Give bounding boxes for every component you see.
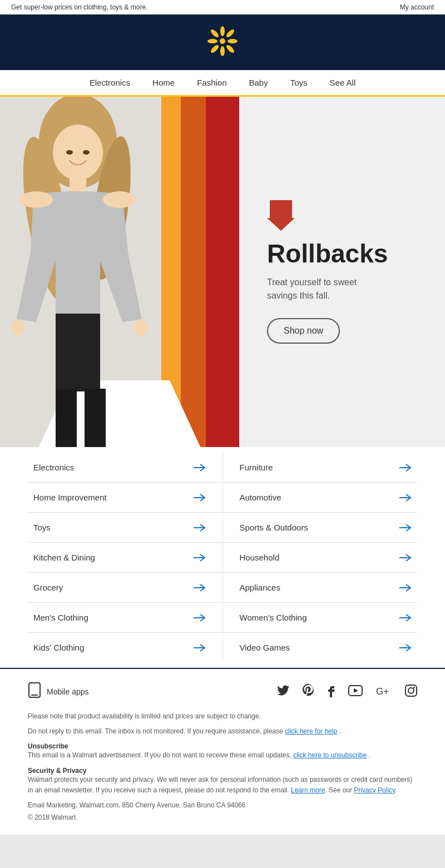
cat-cell-womens-clothing[interactable]: Women's Clothing — [223, 603, 418, 632]
category-row-2: Home Improvement Automotive — [28, 483, 417, 513]
learn-more-link[interactable]: Learn more — [291, 786, 325, 794]
nav-item-baby[interactable]: Baby — [249, 78, 268, 87]
nav-item-fashion[interactable]: Fashion — [197, 78, 226, 87]
cat-cell-appliances[interactable]: Appliances — [223, 573, 418, 602]
rollback-title: Rollbacks — [267, 240, 417, 268]
privacy-policy-link[interactable]: Privacy Policy — [354, 786, 395, 794]
arrow-icon-furniture — [399, 463, 412, 472]
arrow-icon-appliances — [399, 583, 412, 592]
svg-point-18 — [11, 319, 24, 336]
my-account-link[interactable]: My account — [400, 3, 434, 11]
hero-left-panel — [0, 97, 239, 447]
security-text: Walmart protects your security and priva… — [28, 775, 417, 796]
svg-point-1 — [220, 26, 225, 36]
promo-text: Get super-low prices on clothing, toys &… — [11, 3, 147, 11]
cat-cell-home-improvement[interactable]: Home Improvement — [28, 483, 223, 512]
cat-cell-grocery[interactable]: Grocery — [28, 573, 223, 602]
copyright: © 2018 Walmart. — [28, 814, 417, 821]
disclaimer-text-1: Please note that product availability is… — [28, 711, 417, 722]
svg-point-15 — [103, 191, 136, 208]
arrow-icon-home-improvement — [194, 493, 206, 502]
cat-cell-automotive[interactable]: Automotive — [223, 483, 418, 512]
instagram-icon[interactable] — [405, 685, 417, 700]
arrow-icon-automotive — [399, 493, 412, 502]
twitter-icon[interactable] — [277, 685, 289, 699]
mobile-apps-label: Mobile apps — [47, 687, 89, 696]
svg-point-43 — [408, 688, 414, 693]
arrow-icon-kids — [194, 643, 206, 652]
cat-cell-sports-outdoors[interactable]: Sports & Outdoors — [223, 513, 418, 542]
svg-point-20 — [66, 150, 73, 155]
walmart-logo[interactable] — [206, 24, 239, 58]
shop-now-button[interactable]: Shop now — [267, 318, 340, 344]
svg-point-5 — [225, 28, 235, 38]
nav-item-home[interactable]: Home — [152, 78, 175, 87]
cat-cell-kitchen-dining[interactable]: Kitchen & Dining — [28, 543, 223, 572]
categories-section: Electronics Furniture Home Improvement A… — [0, 447, 445, 668]
unsubscribe-title: Unsubscribe — [28, 742, 417, 750]
svg-rect-16 — [56, 389, 77, 447]
svg-point-19 — [134, 319, 147, 336]
category-row-3: Toys Sports & Outdoors — [28, 513, 417, 543]
svg-point-8 — [225, 44, 235, 54]
mobile-apps-section[interactable]: Mobile apps — [28, 682, 89, 701]
rollback-subtitle: Treat yourself to sweetsavings this fall… — [267, 276, 417, 302]
cat-cell-household[interactable]: Household — [223, 543, 418, 572]
disclaimer-text-2: Do not reply to this email. The inbox is… — [28, 726, 417, 737]
svg-point-12 — [53, 125, 103, 180]
nav-item-electronics[interactable]: Electronics — [90, 78, 130, 87]
nav-item-see-all[interactable]: See All — [330, 78, 356, 87]
cat-cell-video-games[interactable]: Video Games — [223, 633, 418, 662]
svg-rect-42 — [406, 685, 417, 696]
cat-cell-mens-clothing[interactable]: Men's Clothing — [28, 603, 223, 632]
cat-cell-electronics[interactable]: Electronics — [28, 453, 223, 482]
svg-point-14 — [19, 191, 53, 208]
category-row-4: Kitchen & Dining Household — [28, 543, 417, 573]
svg-point-0 — [220, 38, 225, 44]
footer: Mobile apps G+ — [0, 668, 445, 835]
svg-point-2 — [220, 46, 225, 56]
category-row-1: Electronics Furniture — [28, 453, 417, 483]
pinterest-icon[interactable] — [303, 684, 314, 700]
rollback-down-arrow — [267, 200, 417, 233]
category-row-5: Grocery Appliances — [28, 573, 417, 603]
arrow-icon-toys — [194, 523, 206, 532]
cat-cell-toys[interactable]: Toys — [28, 513, 223, 542]
help-link[interactable]: click here for help — [285, 727, 337, 735]
header — [0, 14, 445, 70]
unsubscribe-link[interactable]: click here to unsubscribe — [293, 751, 367, 759]
svg-rect-17 — [85, 389, 106, 447]
svg-point-7 — [210, 28, 220, 38]
svg-point-4 — [228, 39, 238, 43]
svg-rect-38 — [31, 695, 38, 696]
cat-cell-furniture[interactable]: Furniture — [223, 453, 418, 482]
facebook-icon[interactable] — [327, 684, 335, 700]
unsubscribe-text: This email is a Walmart advertisement. I… — [28, 750, 417, 761]
arrow-icon-mens — [194, 613, 206, 622]
arrow-icon-household — [399, 553, 412, 562]
svg-point-6 — [210, 44, 220, 54]
svg-point-21 — [83, 150, 90, 155]
footer-apps-row: Mobile apps G+ — [28, 682, 417, 701]
nav-item-toys[interactable]: Toys — [290, 78, 308, 87]
googleplus-icon[interactable]: G+ — [376, 685, 392, 699]
category-row-6: Men's Clothing Women's Clothing — [28, 603, 417, 633]
arrow-icon-grocery — [194, 583, 206, 592]
arrow-icon-video-games — [399, 643, 412, 652]
arrow-icon-womens — [399, 613, 412, 622]
svg-marker-22 — [267, 200, 295, 231]
arrow-icon-sports — [399, 523, 412, 532]
arrow-icon-kitchen — [194, 553, 206, 562]
top-bar: Get super-low prices on clothing, toys &… — [0, 0, 445, 14]
hero-banner: Rollbacks Treat yourself to sweetsavings… — [0, 97, 445, 447]
social-icons-group: G+ — [277, 684, 417, 700]
cat-cell-kids-clothing[interactable]: Kids' Clothing — [28, 633, 223, 662]
svg-marker-40 — [354, 688, 358, 693]
svg-rect-13 — [70, 175, 86, 194]
svg-point-44 — [413, 687, 415, 688]
svg-text:G+: G+ — [376, 686, 389, 696]
security-title: Security & Privacy — [28, 767, 417, 775]
category-row-7: Kids' Clothing Video Games — [28, 633, 417, 662]
mobile-app-icon — [28, 682, 41, 701]
youtube-icon[interactable] — [348, 685, 363, 699]
